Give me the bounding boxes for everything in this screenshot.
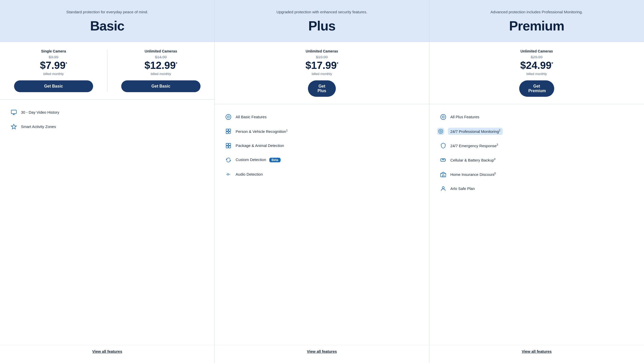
svg-rect-7 (229, 129, 231, 131)
plus-header: Upgraded protection with enhanced securi… (215, 0, 429, 42)
plus-billed: billed monthly (312, 72, 332, 76)
plus-footer: View all features (215, 345, 429, 363)
premium-pricing: Unlimited Cameras $29.99 $24.99* billed … (429, 42, 644, 104)
feature-package-animal: Package & Animal Detection (225, 142, 419, 149)
basic-header: Standard protection for everyday peace o… (0, 0, 214, 42)
package-icon (225, 142, 232, 149)
premium-header: Advanced protection includes Professiona… (429, 0, 644, 42)
plus-price: $17.99* (305, 60, 338, 71)
basic-unlimited-billed: billed monthly (151, 72, 171, 76)
premium-original: $29.99 (531, 55, 542, 59)
feature-person-vehicle: Person & Vehicle Recognition1 (225, 128, 419, 135)
svg-rect-12 (226, 146, 228, 148)
svg-point-5 (227, 116, 229, 118)
get-plus-button[interactable]: Get Plus (308, 80, 336, 97)
svg-point-22 (440, 130, 441, 132)
monitor-icon (10, 109, 17, 116)
basic-single-camera: Single Camera $9.99 $7.99* billed monthl… (0, 49, 107, 92)
plan-plus: Upgraded protection with enhanced securi… (215, 0, 429, 363)
basic-single-billed: billed monthly (43, 72, 64, 76)
basic-unlimited-original: $14.99 (155, 55, 167, 59)
basic-features: 30 - Day Video History Smart Activity Zo… (0, 100, 214, 345)
feature-all-plus: All Plus Features (440, 113, 634, 121)
plus-unlimited-label: Unlimited Cameras (306, 49, 338, 53)
svg-marker-3 (11, 124, 16, 129)
all-plus-icon (440, 113, 447, 121)
plus-tagline: Upgraded protection with enhanced securi… (225, 9, 419, 15)
svg-rect-8 (226, 132, 228, 134)
feature-smart-zones: Smart Activity Zones (10, 123, 204, 130)
monitoring-icon (437, 128, 444, 135)
all-plus-text: All Plus Features (450, 115, 479, 119)
feature-arlo-safe: Arlo Safe Plan (440, 185, 634, 192)
premium-unlimited-label: Unlimited Cameras (520, 49, 553, 53)
plus-original: $19.99 (316, 55, 328, 59)
svg-point-4 (226, 114, 231, 120)
video-history-text: 30 - Day Video History (21, 110, 59, 114)
smart-zones-text: Smart Activity Zones (21, 124, 56, 129)
emergency-response-text: 24/7 Emergency Response3 (450, 143, 498, 148)
basic-unlimited-label: Unlimited Cameras (145, 49, 177, 53)
beta-badge: Beta (269, 158, 281, 162)
svg-rect-13 (229, 146, 231, 148)
svg-point-19 (441, 114, 446, 120)
battery-icon (440, 156, 447, 164)
get-basic-single-button[interactable]: Get Basic (14, 80, 93, 92)
feature-emergency-response: 24/7 Emergency Response3 (440, 142, 634, 149)
basic-single-original: $9.99 (49, 55, 59, 59)
get-premium-button[interactable]: Get Premium (519, 80, 554, 97)
svg-rect-11 (229, 143, 231, 145)
plus-pricing: Unlimited Cameras $19.99 $17.99* billed … (215, 42, 429, 104)
arlo-safe-text: Arlo Safe Plan (450, 186, 475, 191)
arlo-safe-icon (440, 185, 447, 192)
svg-point-20 (442, 116, 444, 118)
svg-point-9 (229, 132, 231, 134)
basic-single-price: $7.99* (40, 60, 67, 71)
get-basic-unlimited-button[interactable]: Get Basic (121, 80, 200, 92)
feature-all-basic: All Basic Features (225, 113, 419, 121)
plan-basic: Standard protection for everyday peace o… (0, 0, 215, 363)
svg-rect-10 (226, 143, 228, 145)
plus-unlimited-cameras: Unlimited Cameras $19.99 $17.99* billed … (300, 49, 343, 97)
person-vehicle-text: Person & Vehicle Recognition1 (236, 129, 287, 134)
plus-name: Plus (225, 18, 419, 34)
all-basic-icon (225, 113, 232, 121)
cellular-backup-text: Cellular & Battery Backup4 (450, 158, 495, 162)
package-animal-text: Package & Animal Detection (236, 143, 284, 148)
feature-cellular-backup: Cellular & Battery Backup4 (440, 156, 634, 164)
premium-footer: View all features (429, 345, 644, 363)
premium-name: Premium (440, 18, 634, 34)
home-insurance-text: Home Insurance Discount5 (450, 172, 496, 177)
premium-billed: billed monthly (527, 72, 547, 76)
feature-professional-monitoring: 24/7 Professional Monitoring2 (440, 128, 634, 135)
premium-view-all[interactable]: View all features (522, 349, 552, 354)
svg-rect-0 (11, 110, 16, 114)
basic-pricing: Single Camera $9.99 $7.99* billed monthl… (0, 42, 214, 100)
basic-single-label: Single Camera (41, 49, 66, 53)
basic-unlimited-price: $12.99* (145, 60, 177, 71)
feature-video-history: 30 - Day Video History (10, 109, 204, 116)
professional-monitoring-text: 24/7 Professional Monitoring2 (448, 128, 503, 135)
basic-tagline: Standard protection for everyday peace o… (10, 9, 204, 15)
audio-detection-text: Audio Detection (236, 172, 263, 176)
svg-point-29 (442, 187, 444, 189)
feature-custom-detection: Custom Detection Beta (225, 156, 419, 164)
plan-premium: Advanced protection includes Professiona… (429, 0, 644, 363)
pricing-grid: Standard protection for everyday peace o… (0, 0, 644, 363)
premium-tagline: Advanced protection includes Professiona… (440, 9, 634, 15)
svg-rect-6 (226, 129, 228, 131)
shield-icon (440, 142, 447, 149)
zones-icon (10, 123, 17, 130)
custom-icon (225, 156, 232, 164)
feature-home-insurance: Home Insurance Discount5 (440, 171, 634, 178)
svg-point-21 (438, 129, 443, 133)
custom-detection-text: Custom Detection Beta (236, 157, 280, 162)
home-insurance-icon (440, 171, 447, 178)
feature-audio-detection: Audio Detection (225, 171, 419, 178)
basic-view-all[interactable]: View all features (92, 349, 122, 354)
premium-features: All Plus Features 24/7 Professional Moni… (429, 104, 644, 345)
svg-rect-25 (441, 173, 446, 177)
plus-view-all[interactable]: View all features (307, 349, 337, 354)
basic-footer: View all features (0, 345, 214, 363)
audio-icon (225, 171, 232, 178)
